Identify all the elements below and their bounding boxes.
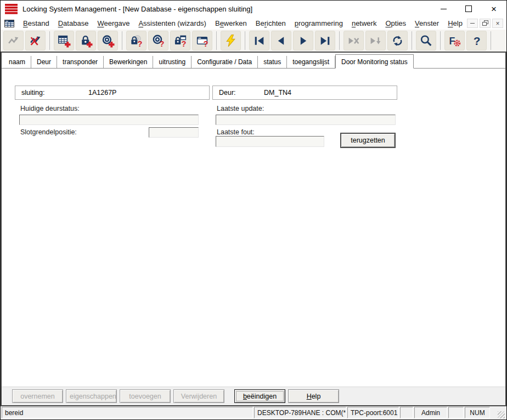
menu-item-opties[interactable]: Opties	[381, 19, 410, 27]
app-window: Locking System Management - [New Databas…	[0, 0, 507, 420]
deur-label: Deur:	[219, 89, 236, 97]
tab-transponder[interactable]: transponder	[57, 56, 104, 68]
first-record-icon	[252, 34, 266, 48]
prev-record-icon	[274, 34, 288, 48]
status-num: NUM	[465, 407, 490, 418]
next-record-button[interactable]	[293, 31, 313, 50]
search-icon	[419, 34, 433, 48]
huidige-deurstatus-label: Huidige deurstatus:	[20, 105, 80, 112]
previous-record-button[interactable]	[271, 31, 291, 50]
tab-door-monitoring-status[interactable]: Door Monitoring status	[335, 54, 414, 69]
terugzetten-button[interactable]: terugzetten	[340, 133, 396, 148]
new-lock-button[interactable]	[76, 31, 96, 50]
menu-item-programmering[interactable]: programmering	[290, 19, 347, 27]
minimize-button[interactable]	[431, 1, 456, 17]
close-button[interactable]: ×	[481, 1, 506, 17]
svg-text:?: ?	[160, 39, 165, 47]
help-button[interactable]: Help	[288, 389, 339, 403]
be-indigen-button[interactable]: beëindigen	[234, 389, 285, 403]
program-lightning-icon	[224, 34, 238, 48]
menu-item-bestand[interactable]: Bestand	[19, 19, 54, 27]
new-transponder-button[interactable]	[98, 31, 118, 50]
mdi-minimize-button[interactable]	[467, 19, 478, 28]
last-record-button[interactable]	[315, 31, 335, 50]
eigenschappen-button: eigenschappen	[66, 389, 117, 403]
status-grip	[491, 407, 505, 418]
app-logo-icon	[5, 4, 18, 14]
first-record-button[interactable]	[249, 31, 269, 50]
read-lock-button[interactable]: ?	[126, 31, 147, 50]
read-card-button[interactable]: ?	[192, 31, 212, 50]
next-record-icon	[296, 34, 310, 48]
laatste-update-label: Laatste update:	[217, 105, 264, 112]
record-apply-button	[365, 31, 386, 50]
refresh-button[interactable]	[387, 31, 408, 50]
read-card-icon: ?	[195, 34, 209, 48]
laatste-fout-label: Laatste fout:	[217, 128, 255, 136]
toolbar: ????F?	[1, 30, 506, 52]
mdi-minimize-icon	[470, 23, 475, 24]
tab-naam[interactable]: naam	[3, 56, 31, 68]
sluiting-label: sluiting:	[21, 89, 44, 97]
help-button[interactable]: ?	[466, 31, 487, 50]
read-lock-icon: ?	[129, 34, 143, 48]
record-delete-icon	[347, 34, 360, 48]
record-apply-icon	[369, 34, 382, 48]
mdi-restore-button[interactable]	[480, 19, 491, 28]
maximize-button[interactable]	[456, 1, 481, 17]
laatste-fout-input[interactable]	[216, 136, 324, 147]
menu-item-weergave[interactable]: Weergave	[93, 19, 134, 27]
help-icon: ?	[470, 34, 483, 48]
new-lock-icon	[79, 34, 93, 48]
mdi-restore-icon	[482, 20, 488, 26]
filter-settings-icon: F	[448, 34, 461, 48]
menu-item-database[interactable]: Database	[54, 19, 93, 27]
door-monitoring-panel: sluiting: 1A1267P Deur: DM_TN4 Huidige d…	[2, 69, 505, 387]
titlebar: Locking System Management - [New Databas…	[1, 1, 506, 17]
status-empty-2	[448, 407, 464, 418]
tab-uitrusting[interactable]: uitrusting	[153, 56, 191, 68]
read-network-lock-button[interactable]: ?	[170, 31, 190, 50]
menu-item-assistenten-wizards[interactable]: Assistenten (wizards)	[134, 19, 211, 27]
status-ready: bereid	[2, 407, 253, 418]
menu-item-netwerk[interactable]: netwerk	[347, 19, 381, 27]
svg-text:?: ?	[204, 39, 209, 47]
menu-item-bewerken[interactable]: Bewerken	[211, 19, 251, 27]
svg-text:?: ?	[138, 39, 143, 47]
undo-button	[3, 31, 24, 50]
bottom-button-bar: overnemeneigenschappentoevoegenVerwijder…	[2, 387, 505, 405]
toolbar-separator	[216, 31, 217, 50]
verwijderen-button: Verwijderen	[173, 389, 224, 403]
program-button[interactable]	[221, 31, 241, 50]
redo-cancel-button[interactable]	[25, 31, 46, 50]
last-record-icon	[318, 34, 332, 48]
search-button[interactable]	[416, 31, 436, 50]
status-user: Admin	[414, 407, 447, 418]
filter-settings-button[interactable]: F	[444, 31, 465, 50]
toolbar-separator	[245, 31, 245, 50]
menu-item-berichten[interactable]: Berichten	[251, 19, 290, 27]
mdi-close-button[interactable]: ×	[492, 19, 503, 28]
record-delete-button	[343, 31, 364, 50]
new-locking-system-button[interactable]	[54, 31, 74, 50]
deur-box: Deur: DM_TN4	[212, 86, 397, 100]
menu-item-venster[interactable]: Venster	[410, 19, 443, 27]
mdi-frame: naamDeurtransponderBewerkingenuitrusting…	[1, 52, 506, 406]
new-transponder-icon	[101, 34, 115, 48]
tab-bewerkingen[interactable]: Bewerkingen	[104, 56, 153, 68]
tab-status[interactable]: status	[258, 56, 287, 68]
overnemen-button: overnemen	[12, 389, 63, 403]
laatste-update-input[interactable]	[216, 115, 396, 125]
status-empty-1	[400, 407, 413, 418]
huidige-deurstatus-input[interactable]	[19, 115, 199, 125]
tab-deur[interactable]: Deur	[31, 56, 57, 68]
svg-text:F: F	[449, 35, 455, 46]
tab-configuratie-data[interactable]: Configuratie / Data	[191, 56, 258, 68]
read-transponder-button[interactable]: ?	[148, 31, 168, 50]
read-network-lock-icon: ?	[173, 34, 187, 48]
tab-toegangslijst[interactable]: toegangslijst	[287, 56, 335, 68]
toolbar-separator	[49, 31, 50, 50]
slotgrendelpositie-input[interactable]	[149, 127, 199, 138]
resize-grip[interactable]	[498, 411, 505, 418]
menu-item-help[interactable]: Help	[443, 19, 467, 27]
